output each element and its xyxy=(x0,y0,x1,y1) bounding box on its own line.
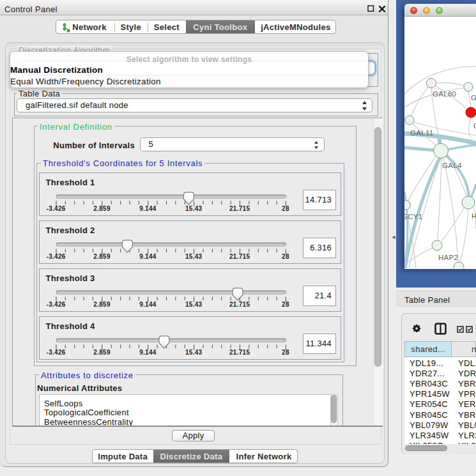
svg-text:H: H xyxy=(472,212,476,220)
svg-text:C: C xyxy=(473,122,476,130)
svg-text:GCY1: GCY1 xyxy=(404,213,423,220)
svg-text:GAL80: GAL80 xyxy=(433,90,456,98)
svg-text:GAL11: GAL11 xyxy=(410,129,433,137)
svg-text:GA: GA xyxy=(471,94,476,102)
svg-text:HAP2: HAP2 xyxy=(438,254,458,261)
svg-text:GAL4: GAL4 xyxy=(442,162,462,169)
